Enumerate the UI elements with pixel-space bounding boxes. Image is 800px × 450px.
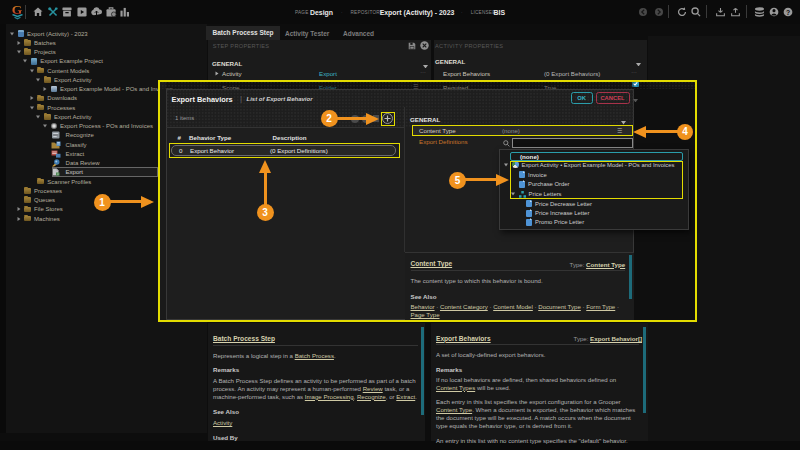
svg-text:?: ?	[786, 9, 790, 16]
